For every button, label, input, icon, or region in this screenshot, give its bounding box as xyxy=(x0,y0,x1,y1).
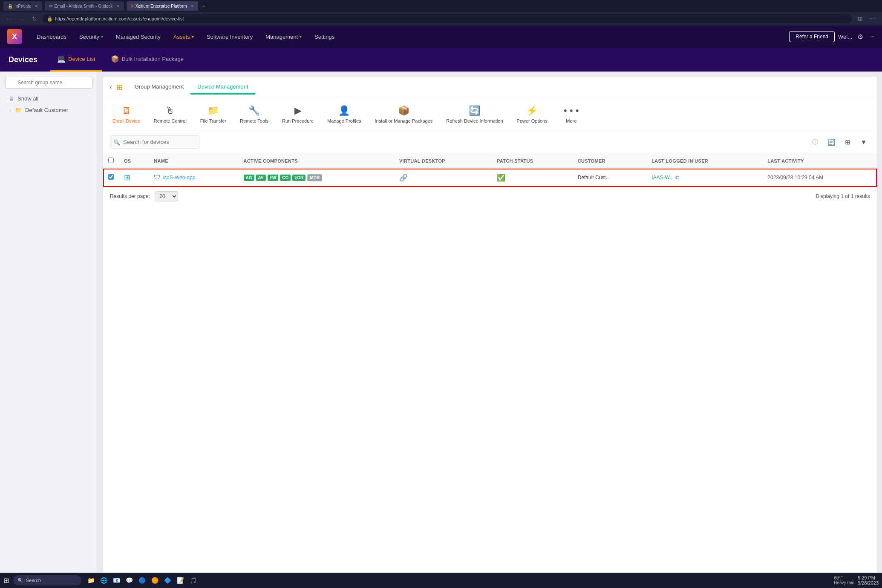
device-table: OS NAME ACTIVE COMPONENTS VIRTUAL DESKTO… xyxy=(103,153,877,187)
power-options-button[interactable]: ⚡ Power Options xyxy=(514,103,550,126)
manage-profiles-icon: 👤 xyxy=(338,105,350,116)
copy-icon[interactable]: ⧉ xyxy=(675,174,679,181)
tab-group-management[interactable]: Group Management xyxy=(128,80,191,95)
row-checkbox-cell[interactable] xyxy=(103,169,119,187)
select-all-checkbox[interactable] xyxy=(108,158,114,163)
taskbar-icon-app4[interactable]: 🟠 xyxy=(150,575,160,585)
manage-profiles-label: Manage Profiles xyxy=(327,118,361,124)
sidebar-search-input[interactable] xyxy=(5,77,92,89)
nav-security[interactable]: Security ▾ xyxy=(73,31,109,43)
search-info-icon[interactable]: ⓘ xyxy=(812,138,818,146)
row-virtual-desktop-cell: 🔗 xyxy=(394,169,492,187)
refresh-device-button[interactable]: 🔄 Refresh Device Information xyxy=(444,103,505,126)
tab-close-email[interactable]: ✕ xyxy=(116,4,120,9)
start-button[interactable]: ⊞ xyxy=(3,577,9,585)
badge-ag: AG xyxy=(244,175,254,181)
tab-bulk-installation[interactable]: 📦 Bulk Installation Package xyxy=(104,48,190,72)
last-user-link[interactable]: IAAS-W... xyxy=(651,175,674,181)
taskbar-search-bar[interactable]: 🔍 Search xyxy=(13,575,81,585)
shield-icon: 🛡 xyxy=(154,174,161,181)
taskbar-icon-app2[interactable]: 💬 xyxy=(124,575,134,585)
tab-device-management[interactable]: Device Management xyxy=(190,80,255,95)
manage-profiles-button[interactable]: 👤 Manage Profiles xyxy=(325,103,364,126)
tab-close-inprivate[interactable]: ✕ xyxy=(35,4,38,9)
forward-button[interactable]: → xyxy=(17,15,26,22)
taskbar-search-icon: 🔍 xyxy=(17,578,23,583)
show-all-item[interactable]: 🖥 Show all xyxy=(5,93,92,104)
remote-tools-button[interactable]: 🔧 Remote Tools xyxy=(237,103,271,126)
power-options-label: Power Options xyxy=(517,118,548,124)
nav-software-inventory[interactable]: Software Inventory xyxy=(201,31,259,43)
refer-friend-button[interactable]: Refer a Friend xyxy=(789,31,835,42)
taskbar-icon-chrome[interactable]: 🌐 xyxy=(98,575,109,585)
refresh-list-button[interactable]: 🔄 xyxy=(825,136,838,149)
new-tab-button[interactable]: + xyxy=(202,3,206,9)
logout-icon[interactable]: → xyxy=(868,33,875,40)
tab-close-xcitium[interactable]: ✕ xyxy=(190,4,194,9)
badge-fw: FW xyxy=(268,175,279,181)
more-icon: • • • xyxy=(564,105,579,116)
extensions-button[interactable]: ⊞ xyxy=(856,15,865,22)
install-packages-label: Install or Manage Packages xyxy=(375,118,433,124)
taskbar-search-label: Search xyxy=(26,578,41,583)
security-chevron: ▾ xyxy=(101,34,103,39)
browser-tab-xcitium[interactable]: X Xcitium Enterprise Platform ✕ xyxy=(127,1,198,11)
col-select-all[interactable] xyxy=(103,153,119,169)
nav-settings[interactable]: Settings xyxy=(308,31,340,43)
refresh-button[interactable]: ↻ xyxy=(30,15,39,22)
taskbar: ⊞ 🔍 Search 📁 🌐 📧 💬 🔵 🟠 🔷 📝 🎵 60°F Heavy … xyxy=(0,573,882,588)
patch-status-icon: ✅ xyxy=(497,174,505,181)
tree-icon: ⊞ xyxy=(116,83,123,92)
filter-button[interactable]: ⊞ xyxy=(841,136,854,149)
back-button[interactable]: ← xyxy=(4,15,14,22)
url-text: https://opendr.platform.xcitium.com/asse… xyxy=(55,16,184,21)
row-checkbox[interactable] xyxy=(108,174,114,180)
device-search-row: 🔍 ⓘ 🔄 ⊞ ▼ xyxy=(103,131,877,153)
active-components: AG AV FW CO EDR MDR xyxy=(244,174,389,181)
install-manage-packages-button[interactable]: 📦 Install or Manage Packages xyxy=(372,103,435,126)
table-row[interactable]: ⊞ 🛡 IaaS-Web-app AG AV xyxy=(103,169,877,187)
nav-managed-security[interactable]: Managed Security xyxy=(110,31,167,43)
file-transfer-button[interactable]: 📁 File Transfer xyxy=(198,103,229,126)
remote-control-button[interactable]: 🖱 Remote Control xyxy=(151,103,189,126)
nav-dashboards[interactable]: Dashboards xyxy=(31,31,72,43)
collapse-button[interactable]: ‹ xyxy=(110,84,112,91)
taskbar-icon-teams[interactable]: 🔷 xyxy=(162,575,173,585)
ssl-icon: 🔒 xyxy=(47,16,53,22)
taskbar-icon-word[interactable]: 📝 xyxy=(175,575,185,585)
url-bar[interactable]: 🔒 https://opendr.platform.xcitium.com/as… xyxy=(43,14,852,23)
badge-co: CO xyxy=(280,175,291,181)
per-page-select[interactable]: 10 20 50 100 xyxy=(155,191,178,201)
more-label: More xyxy=(566,118,576,124)
run-procedure-button[interactable]: ▶ Run Procedure xyxy=(280,103,316,126)
panel-header: ‹ ⊞ Group Management Device Management xyxy=(103,77,877,98)
power-options-icon: ⚡ xyxy=(526,105,538,116)
browser-tab-inprivate[interactable]: 🔒 InPrivate ✕ xyxy=(3,1,42,11)
file-transfer-icon: 📁 xyxy=(208,105,219,116)
nav-management[interactable]: Management ▾ xyxy=(259,31,308,43)
settings-icon[interactable]: ⚙ xyxy=(857,33,863,41)
tab-device-list[interactable]: 💻 Device List xyxy=(50,48,102,72)
advanced-filter-button[interactable]: ▼ xyxy=(857,136,870,149)
enroll-device-button[interactable]: 🖥 Enroll Device xyxy=(110,103,143,126)
browser-menu-button[interactable]: ⋯ xyxy=(868,15,878,22)
col-virtual-desktop: VIRTUAL DESKTOP xyxy=(394,153,492,169)
taskbar-icon-app1[interactable]: 📧 xyxy=(111,575,121,585)
row-last-user-cell: IAAS-W... ⧉ xyxy=(646,169,762,187)
virtual-desktop-icon: 🔗 xyxy=(399,174,408,181)
col-os: OS xyxy=(119,153,149,169)
remote-control-label: Remote Control xyxy=(154,118,187,124)
row-last-activity-cell: 2023/09/28 10:29:04 AM xyxy=(762,169,877,187)
device-name-link[interactable]: IaaS-Web-app xyxy=(162,175,195,181)
taskbar-icon-folder[interactable]: 📁 xyxy=(86,575,96,585)
taskbar-icon-app3[interactable]: 🔵 xyxy=(137,575,147,585)
nav-assets[interactable]: Assets ▾ xyxy=(167,31,200,43)
device-search-input[interactable] xyxy=(110,135,199,149)
more-button[interactable]: • • • More xyxy=(559,103,584,126)
sidebar-item-default-customer[interactable]: + 📁 Default Customer xyxy=(5,104,92,116)
content-panel: ‹ ⊞ Group Management Device Management 🖥… xyxy=(103,77,877,583)
taskbar-icon-music[interactable]: 🎵 xyxy=(188,575,198,585)
windows-icon: ⊞ xyxy=(124,173,130,182)
assets-chevron: ▾ xyxy=(192,34,194,39)
browser-tab-email[interactable]: ✉ Email - Andrea Smith - Outlook ✕ xyxy=(45,1,124,11)
